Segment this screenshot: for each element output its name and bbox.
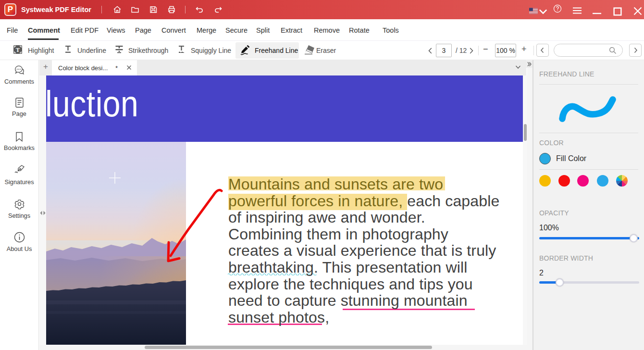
svg-text:T: T xyxy=(16,47,20,53)
